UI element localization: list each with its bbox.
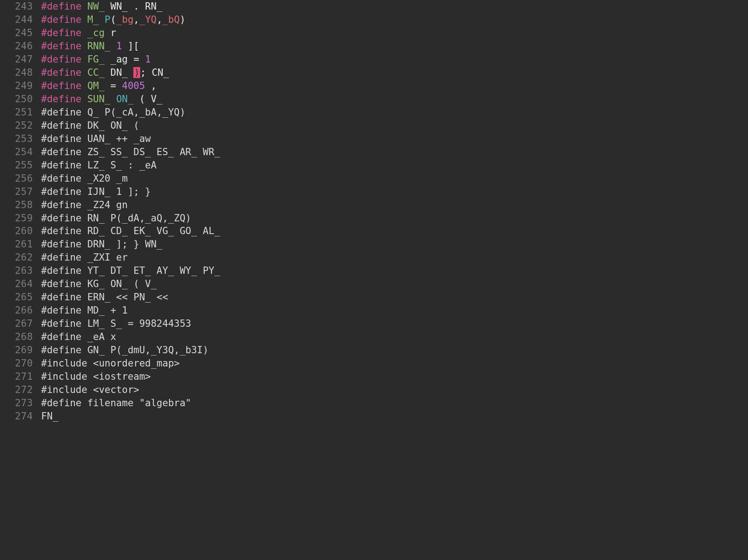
code-line[interactable]: 268#define _eA x xyxy=(0,330,748,344)
code-line[interactable]: 271#include <iostream> xyxy=(0,370,748,383)
token: = xyxy=(133,54,145,65)
line-number: 252 xyxy=(0,119,41,132)
code-line[interactable]: 247#define FG_ _ag = 1 xyxy=(0,53,748,66)
token: #define UAN_ ++ _aw xyxy=(41,133,151,144)
code-content: FN_ xyxy=(41,410,58,423)
token: #define IJN_ 1 ]; } xyxy=(41,186,151,197)
token: FG_ xyxy=(87,54,111,65)
code-line[interactable]: 248#define CC_ DN_ ); CN_ xyxy=(0,66,748,79)
token: ( xyxy=(111,14,116,25)
code-line[interactable]: 264#define KG_ ON_ ( V_ xyxy=(0,277,748,291)
code-line[interactable]: 245#define _cg r xyxy=(0,26,748,40)
line-number: 272 xyxy=(0,383,41,397)
line-number: 261 xyxy=(0,238,41,251)
token: #include <unordered_map> xyxy=(41,358,179,369)
code-line[interactable]: 261#define DRN_ ]; } WN_ xyxy=(0,238,748,251)
code-line[interactable]: 246#define RNN_ 1 ][ xyxy=(0,40,748,53)
token: #define _X20 _m xyxy=(41,173,128,184)
line-number: 253 xyxy=(0,132,41,146)
token: DN_ xyxy=(111,67,134,78)
token: SUN_ xyxy=(87,94,116,105)
code-content: #define ERN_ << PN_ << xyxy=(41,291,168,304)
line-number: 243 xyxy=(0,0,41,13)
code-line[interactable]: 263#define YT_ DT_ ET_ AY_ WY_ PY_ xyxy=(0,264,748,277)
token: #define YT_ DT_ ET_ AY_ WY_ PY_ xyxy=(41,265,220,276)
code-line[interactable]: 272#include <vector> xyxy=(0,383,748,397)
token: 1 xyxy=(145,54,151,65)
token: #define filename "algebra" xyxy=(41,398,191,408)
code-content: #define GN_ P(_dmU,_Y3Q,_b3I) xyxy=(41,344,209,357)
token: = xyxy=(111,80,122,91)
code-line[interactable]: 262#define _ZXI er xyxy=(0,251,748,264)
code-line[interactable]: 259#define RN_ P(_dA,_aQ,_ZQ) xyxy=(0,212,748,225)
token: , xyxy=(157,14,163,25)
code-content: #define DK_ ON_ ( xyxy=(41,119,139,132)
token: r xyxy=(111,27,116,38)
token: #define RN_ P(_dA,_aQ,_ZQ) xyxy=(41,213,191,224)
code-content: #define IJN_ 1 ]; } xyxy=(41,185,151,199)
code-line[interactable]: 270#include <unordered_map> xyxy=(0,357,748,370)
code-content: #define FG_ _ag = 1 xyxy=(41,53,151,66)
code-line[interactable]: 249#define QM_ = 4005 , xyxy=(0,79,748,93)
token: _cg xyxy=(87,27,111,38)
line-number: 270 xyxy=(0,357,41,370)
code-line[interactable]: 255#define LZ_ S_ : _eA xyxy=(0,159,748,172)
code-line[interactable]: 273#define filename "algebra" xyxy=(0,397,748,410)
line-number: 251 xyxy=(0,106,41,119)
token: #define xyxy=(41,54,87,65)
code-line[interactable]: 265#define ERN_ << PN_ << xyxy=(0,291,748,304)
token: #include <vector> xyxy=(41,384,139,395)
code-content: #define MD_ + 1 xyxy=(41,304,128,317)
code-line[interactable]: 258#define _Z24 gn xyxy=(0,199,748,212)
code-line[interactable]: 267#define LM_ S_ = 998244353 xyxy=(0,317,748,330)
code-line[interactable]: 256#define _X20 _m xyxy=(0,172,748,185)
token: #define xyxy=(41,94,87,105)
line-number: 256 xyxy=(0,172,41,185)
token: _bQ xyxy=(163,14,180,25)
code-line[interactable]: 269#define GN_ P(_dmU,_Y3Q,_b3I) xyxy=(0,344,748,357)
line-number: 257 xyxy=(0,185,41,199)
code-line[interactable]: 252#define DK_ ON_ ( xyxy=(0,119,748,132)
token: , xyxy=(151,80,157,91)
code-editor[interactable]: 243#define NW_ WN_ . RN_244#define M_ P(… xyxy=(0,0,748,423)
code-content: #define RNN_ 1 ][ xyxy=(41,40,139,53)
token: FN_ xyxy=(41,411,58,422)
line-number: 266 xyxy=(0,304,41,317)
code-line[interactable]: 266#define MD_ + 1 xyxy=(0,304,748,317)
line-number: 244 xyxy=(0,13,41,26)
token: CC_ xyxy=(87,67,111,78)
code-line[interactable]: 254#define ZS_ SS_ DS_ ES_ AR_ WR_ xyxy=(0,146,748,159)
token: P xyxy=(105,14,111,25)
code-line[interactable]: 251#define Q_ P(_cA,_bA,_YQ) xyxy=(0,106,748,119)
code-line[interactable]: 257#define IJN_ 1 ]; } xyxy=(0,185,748,199)
code-content: #define ZS_ SS_ DS_ ES_ AR_ WR_ xyxy=(41,146,220,159)
code-line[interactable]: 274FN_ xyxy=(0,410,748,423)
line-number: 268 xyxy=(0,330,41,344)
token: #define RD_ CD_ EK_ VG_ GO_ AL_ xyxy=(41,225,220,236)
code-content: #define QM_ = 4005 , xyxy=(41,79,157,93)
token: #define ERN_ << PN_ << xyxy=(41,292,168,303)
token: #define xyxy=(41,67,87,78)
code-line[interactable]: 260#define RD_ CD_ EK_ VG_ GO_ AL_ xyxy=(0,225,748,238)
line-number: 255 xyxy=(0,159,41,172)
code-content: #include <iostream> xyxy=(41,370,151,383)
token: #define _eA x xyxy=(41,331,116,342)
token: #define MD_ + 1 xyxy=(41,305,128,316)
token: _ag xyxy=(111,54,134,65)
code-line[interactable]: 253#define UAN_ ++ _aw xyxy=(0,132,748,146)
token: 1 xyxy=(116,41,127,52)
code-content: #define filename "algebra" xyxy=(41,397,191,410)
token: QM_ xyxy=(87,80,111,91)
code-content: #define YT_ DT_ ET_ AY_ WY_ PY_ xyxy=(41,264,220,277)
code-line[interactable]: 243#define NW_ WN_ . RN_ xyxy=(0,0,748,13)
token: ) xyxy=(180,14,186,25)
line-number: 274 xyxy=(0,410,41,423)
token: , xyxy=(133,14,139,25)
code-line[interactable]: 250#define SUN_ ON_ ( V_ xyxy=(0,93,748,106)
code-content: #define RN_ P(_dA,_aQ,_ZQ) xyxy=(41,212,191,225)
token: #define ZS_ SS_ DS_ ES_ AR_ WR_ xyxy=(41,147,220,157)
token: ) xyxy=(133,67,140,78)
code-line[interactable]: 244#define M_ P(_bg,_YQ,_bQ) xyxy=(0,13,748,26)
code-content: #define _cg r xyxy=(41,26,116,40)
token: #define Q_ P(_cA,_bA,_YQ) xyxy=(41,107,185,118)
